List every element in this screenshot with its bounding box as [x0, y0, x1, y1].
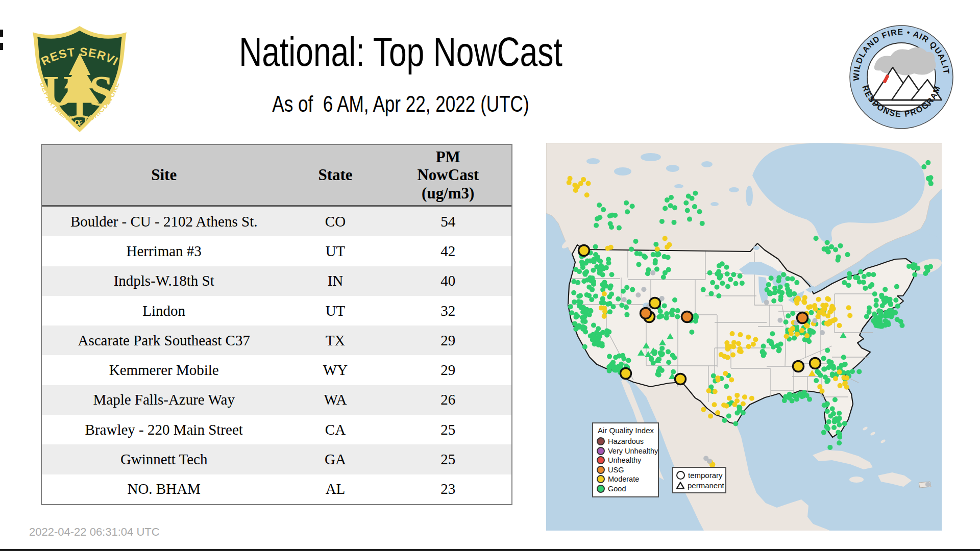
- table-row: NO. BHAMAL23: [42, 474, 511, 504]
- aqi-legend-title: Air Quality Index: [597, 426, 655, 435]
- monitor-dot-good: [895, 317, 900, 322]
- monitor-dot-good: [624, 201, 629, 206]
- monitor-dot-moderate: [715, 375, 720, 381]
- monitor-dot-good: [624, 285, 629, 290]
- aqi-legend-label: Hazardous: [608, 437, 644, 445]
- monitor-dot-good: [617, 226, 622, 231]
- monitor-dot-moderate: [736, 341, 741, 346]
- cell-value: 23: [385, 474, 511, 504]
- monitor-dot-good: [882, 300, 887, 305]
- monitor-dot-good: [580, 324, 585, 329]
- monitor-dot-good: [825, 240, 830, 245]
- column-header-site: Site: [42, 145, 286, 205]
- monitor-dot-good: [645, 271, 650, 276]
- monitor-dot-moderate: [706, 388, 712, 393]
- legend-item-permanent: permanent: [676, 480, 722, 490]
- monitor-dot-good: [915, 266, 920, 271]
- monitor-dot-good: [582, 344, 587, 349]
- monitor-dot-good: [689, 330, 694, 335]
- monitor-dot-good: [619, 303, 624, 308]
- monitor-dot-good: [726, 413, 731, 418]
- monitor-dot-good: [831, 366, 836, 371]
- monitor-dot-good: [886, 313, 891, 318]
- monitor-dot-good: [662, 303, 667, 308]
- monitor-dot-moderate: [568, 176, 573, 181]
- cell-value: 26: [385, 385, 511, 415]
- monitor-dot-good: [657, 314, 663, 319]
- cell-value: 25: [385, 444, 511, 474]
- monitor-dot-good: [607, 286, 612, 291]
- temporary-monitor-icon: [676, 471, 685, 480]
- monitor-dot-good: [876, 323, 881, 329]
- monitor-dot-good: [874, 298, 879, 303]
- monitor-dot-moderate: [825, 296, 830, 302]
- monitor-dot-good: [737, 408, 742, 413]
- monitor-dot-good: [777, 347, 782, 352]
- monitor-dot-moderate: [816, 297, 821, 302]
- monitor-dot-good: [672, 355, 677, 360]
- monitor-dot-moderate: [712, 402, 717, 407]
- generation-timestamp: 2022-04-22 06:31:04 UTC: [29, 525, 160, 539]
- monitor-dot-good: [778, 285, 783, 290]
- monitor-dot-good: [776, 289, 781, 294]
- table-row: Brawley - 220 Main StreetCA25: [42, 415, 511, 444]
- cell-value: 29: [385, 325, 511, 355]
- wildland-fire-air-quality-logo: WILDLAND FIRE • AIR QUALITY RESPONSE PRO…: [848, 23, 955, 131]
- monitor-dot-good: [761, 344, 766, 349]
- monitor-dot-good: [593, 244, 598, 249]
- monitor-dot-good: [821, 430, 826, 435]
- monitor-dot-good: [814, 378, 819, 383]
- monitor-dot-good: [575, 280, 580, 285]
- monitor-dot-good: [731, 272, 736, 277]
- monitor-dot-moderate: [820, 389, 825, 394]
- monitor-dot-good: [846, 283, 851, 288]
- monitor-dot-good: [626, 358, 631, 363]
- monitor-dot-good: [725, 284, 730, 289]
- monitor-dot-good: [607, 294, 612, 299]
- cell-site: Brawley - 220 Main Street: [42, 415, 286, 444]
- monitor-dot-moderate: [605, 246, 610, 251]
- cell-value: 40: [385, 266, 511, 296]
- monitor-dot-good: [724, 265, 729, 270]
- monitor-dot-good: [821, 366, 826, 371]
- page-title: National: Top NowCast: [184, 31, 618, 73]
- highlight-marker-indpls-w-18th-st: [797, 313, 808, 323]
- monitor-dot-good: [576, 294, 581, 299]
- cell-value: 25: [385, 415, 511, 444]
- monitor-dot-good: [672, 297, 677, 303]
- monitor-dot-good: [692, 204, 697, 209]
- monitor-dot-other: [650, 270, 655, 276]
- monitor-type-legend: temporary permanent: [672, 467, 726, 493]
- aqi-legend-label: Moderate: [608, 475, 639, 483]
- monitor-dot-moderate: [701, 407, 706, 412]
- monitor-dot-good: [769, 339, 774, 344]
- monitor-dot-good: [683, 201, 689, 206]
- cell-state: WA: [286, 385, 384, 415]
- monitor-dot-good: [594, 264, 599, 269]
- monitor-dot-good: [781, 272, 786, 277]
- monitor-dot-good: [604, 265, 609, 270]
- monitor-dot-good: [595, 255, 600, 260]
- cell-state: IN: [286, 266, 384, 296]
- monitor-dot-good: [620, 353, 625, 358]
- monitor-dot-moderate: [575, 184, 580, 189]
- table-row: Boulder - CU - 2102 Athens St.CO54: [42, 207, 511, 236]
- monitor-dot-good: [883, 322, 888, 328]
- highlight-marker-kemmerer-mobile: [650, 298, 660, 309]
- highlight-marker-herriman-3: [641, 308, 651, 319]
- monitor-dot-good: [842, 280, 847, 285]
- monitor-dot-good: [660, 352, 665, 357]
- monitor-dot-good: [588, 308, 593, 313]
- monitor-dot-good: [653, 260, 658, 265]
- monitor-dot-good: [711, 373, 716, 379]
- monitor-dot-good: [825, 409, 830, 414]
- monitor-dot-good: [872, 318, 877, 323]
- lake: [614, 167, 631, 176]
- monitor-dot-good: [571, 290, 576, 295]
- monitor-dot-moderate: [806, 305, 811, 310]
- monitor-dot-moderate: [824, 321, 829, 326]
- monitor-dot-good: [672, 220, 677, 225]
- monitor-dot-moderate: [738, 346, 743, 352]
- cell-state: WY: [286, 355, 384, 385]
- monitor-dot-good: [583, 329, 588, 334]
